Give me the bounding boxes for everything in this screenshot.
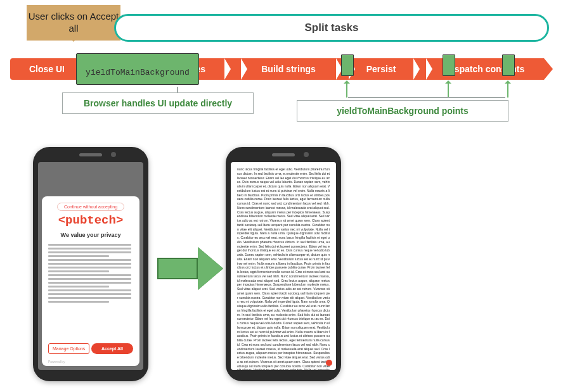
callout-text: User clicks on Accept all <box>27 11 120 35</box>
accept-all-button[interactable]: Accept All <box>91 343 133 354</box>
yield-to-main-box: yieldToMainBackground <box>76 53 199 85</box>
seg-tick-gap-3 <box>413 58 426 80</box>
seg-close-ui: Close UI <box>10 58 84 80</box>
article-content: nunc lacus fringilla facilisis et eget o… <box>231 162 336 370</box>
seg-persist: Persist <box>349 58 413 80</box>
dialog-title: We value your privacy <box>48 232 133 238</box>
phone-screen: Continue without accepting <pubtech> We … <box>38 162 143 370</box>
split-tasks-header: Split tasks <box>114 14 549 42</box>
phone-mockup-after: nunc lacus fringilla facilisis et eget o… <box>226 147 341 381</box>
seg-tick-gap-1 <box>224 58 241 80</box>
yield-point-3 <box>502 54 515 76</box>
arrowhead-icon <box>544 58 553 80</box>
yield-point-2 <box>443 54 455 76</box>
phone-camera-icon <box>111 152 116 157</box>
dialog-body-text <box>48 242 133 339</box>
seg-build: Build strings <box>241 58 336 80</box>
user-clicks-callout: User clicks on Accept all <box>27 5 120 41</box>
phone-speaker-icon <box>79 153 102 156</box>
yield-point-1 <box>341 54 354 76</box>
phone-mockup-before: Continue without accepting <pubtech> We … <box>33 147 148 381</box>
caption-yield-points: yieldToMainBackground points <box>297 100 508 122</box>
dialog-footer: Manage Options Accept All <box>48 343 133 354</box>
phone-speaker-icon <box>272 153 295 156</box>
manage-options-button[interactable]: Manage Options <box>48 343 89 354</box>
caption-browser-handles: Browser handles UI update directly <box>62 92 254 114</box>
brand-logo: <pubtech> <box>48 215 133 227</box>
phone-screen: nunc lacus fringilla facilisis et eget o… <box>231 162 336 370</box>
up-arrow-icon <box>448 82 449 98</box>
consent-dialog: Continue without accepting <pubtech> We … <box>42 196 139 366</box>
continue-without-pill[interactable]: Continue without accepting <box>57 203 124 211</box>
notification-badge-icon <box>326 360 332 366</box>
transition-arrow-icon <box>157 247 223 290</box>
powered-by-label: Powered by <box>48 358 133 364</box>
up-arrow-icon <box>507 82 508 98</box>
up-arrow-icon <box>346 82 347 98</box>
phone-camera-icon <box>304 152 309 157</box>
